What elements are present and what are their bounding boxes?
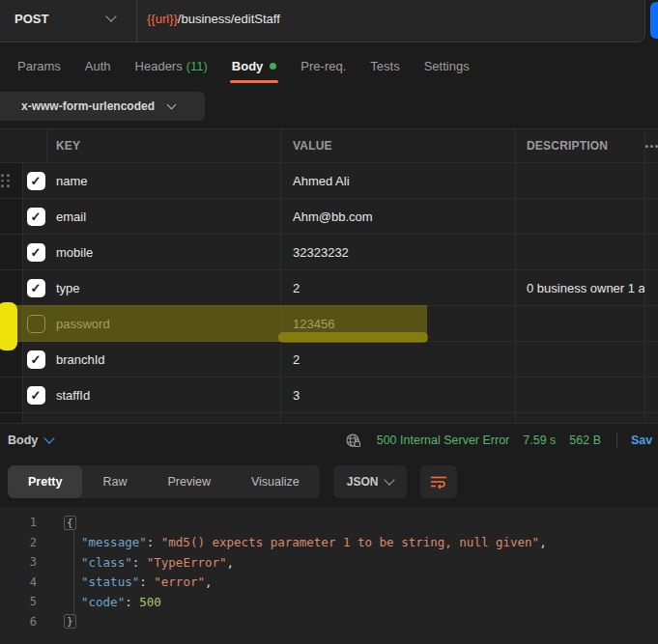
row-gutter: [0, 163, 23, 198]
url-variable: {{url}}: [147, 12, 178, 26]
fold-gutter: {: [37, 516, 81, 530]
divider: [616, 433, 617, 448]
fold-brace[interactable]: {: [64, 516, 76, 530]
format-label: JSON: [347, 475, 379, 489]
key-cell[interactable]: email: [48, 199, 281, 234]
view-tab-raw[interactable]: Raw: [82, 465, 147, 498]
row-gutter: [0, 270, 23, 305]
value-cell[interactable]: 123456: [281, 306, 516, 341]
key-cell[interactable]: branchId: [48, 342, 281, 377]
chevron-down-icon: [385, 474, 395, 485]
line-number: 1: [0, 516, 37, 529]
key-cell[interactable]: staffId: [48, 378, 281, 412]
value-cell[interactable]: 32323232: [281, 235, 516, 269]
key-cell[interactable]: password: [48, 306, 281, 341]
code-line: 4"status": "error",: [0, 573, 658, 593]
key-cell[interactable]: type: [48, 270, 281, 305]
request-url-bar: POST {{url}}/business/editStaff: [0, 0, 645, 42]
form-data-table: KEY VALUE DESCRIPTION ✓nameAhmed Ali✓ema…: [0, 128, 658, 424]
line-number: 2: [0, 536, 37, 549]
method-label: POST: [14, 12, 48, 26]
response-format-dropdown[interactable]: JSON: [333, 465, 408, 498]
row-checkbox[interactable]: ✓: [27, 350, 45, 369]
table-row-name: ✓nameAhmed Ali: [0, 163, 658, 199]
value-cell[interactable]: Ahmed Ali: [281, 163, 516, 198]
method-selector[interactable]: POST: [0, 0, 136, 42]
save-response-button[interactable]: Sav: [631, 434, 658, 447]
value-cell[interactable]: Ahm@bb.com: [281, 199, 516, 234]
response-body-dropdown[interactable]: Body: [8, 434, 53, 447]
indent-guide: [73, 531, 74, 620]
code-line: 6}: [0, 612, 658, 632]
row-gutter: [0, 199, 23, 234]
response-view-toolbar: PrettyRawPreviewVisualize JSON: [8, 465, 457, 498]
description-cell[interactable]: [516, 342, 645, 377]
row-checkbox[interactable]: ✓: [27, 208, 45, 226]
tab-tests[interactable]: Tests: [370, 48, 399, 83]
response-time[interactable]: 7.59 s: [523, 434, 556, 447]
line-number: 6: [0, 615, 37, 629]
code-line: 3"class": "TypeError",: [0, 552, 658, 573]
description-cell[interactable]: 0 business owner 1 ad: [516, 270, 645, 305]
send-button[interactable]: [650, 2, 658, 39]
description-cell[interactable]: [516, 199, 645, 234]
key-cell[interactable]: name: [48, 163, 281, 198]
code-line: 2"message": "md5() expects parameter 1 t…: [0, 533, 658, 553]
line-number: 4: [0, 575, 37, 589]
response-size[interactable]: 562 B: [569, 434, 601, 447]
response-body-viewer[interactable]: 1{2"message": "md5() expects parameter 1…: [0, 507, 658, 644]
tab-auth[interactable]: Auth: [85, 48, 111, 83]
value-cell[interactable]: 2: [281, 342, 516, 377]
row-checkbox[interactable]: ✓: [27, 172, 45, 190]
wrap-lines-icon: [430, 474, 447, 490]
tab-pre-req-[interactable]: Pre-req.: [300, 48, 346, 83]
more-options-icon[interactable]: [645, 129, 658, 162]
description-cell[interactable]: [516, 306, 645, 341]
code-line: 1{: [0, 513, 658, 533]
body-active-dot: [270, 63, 276, 70]
request-tabs: ParamsAuthHeaders(11)BodyPre-req.TestsSe…: [17, 48, 470, 83]
body-type-selector[interactable]: x-www-form-urlencoded: [0, 92, 205, 121]
row-checkbox[interactable]: ✓: [27, 243, 45, 262]
table-row-mobile: ✓mobile32323232: [0, 235, 658, 270]
code-line: 5"code": 500: [0, 592, 658, 612]
chevron-down-icon: [167, 99, 177, 109]
body-type-label: x-www-form-urlencoded: [21, 99, 155, 113]
tab-body[interactable]: Body: [232, 48, 277, 83]
table-row-staffId: ✓staffId3: [0, 378, 658, 413]
table-row-email: ✓emailAhm@bb.com: [0, 199, 658, 235]
view-tab-pretty[interactable]: Pretty: [8, 465, 82, 498]
value-cell[interactable]: 3: [281, 378, 516, 412]
description-cell[interactable]: [516, 235, 645, 269]
status-code-text[interactable]: 500 Internal Server Error: [377, 434, 510, 447]
description-cell[interactable]: [516, 163, 645, 198]
table-row-branchId: ✓branchId2: [0, 342, 658, 378]
row-checkbox[interactable]: ✓: [27, 386, 45, 405]
tab-headers[interactable]: Headers(11): [135, 48, 208, 83]
chevron-down-icon: [44, 433, 55, 443]
tab-settings[interactable]: Settings: [424, 48, 470, 83]
table-header-row: KEY VALUE DESCRIPTION: [0, 129, 658, 163]
row-checkbox[interactable]: ✓: [27, 279, 45, 297]
table-row-type: ✓type20 business owner 1 ad: [0, 270, 658, 306]
drag-handle-icon[interactable]: [1, 174, 10, 187]
url-input[interactable]: {{url}}/business/editStaff: [137, 12, 644, 26]
network-globe-icon[interactable]: [345, 433, 361, 449]
description-cell[interactable]: [516, 378, 645, 412]
row-gutter: [0, 342, 23, 377]
url-path: /business/editStaff: [178, 12, 280, 26]
fold-gutter: }: [37, 614, 81, 629]
line-number: 3: [0, 555, 37, 569]
view-tab-visualize[interactable]: Visualize: [231, 465, 320, 498]
value-cell[interactable]: 2: [281, 270, 516, 305]
row-checkbox[interactable]: [27, 315, 45, 333]
key-column-header: KEY: [47, 129, 281, 162]
key-cell[interactable]: mobile: [48, 235, 281, 269]
row-gutter: [0, 235, 23, 269]
tab-params[interactable]: Params: [17, 48, 61, 83]
value-column-header: VALUE: [281, 129, 516, 162]
view-tab-preview[interactable]: Preview: [147, 465, 230, 498]
wrap-lines-button[interactable]: [420, 465, 457, 498]
response-body-label: Body: [8, 434, 38, 447]
table-row-password: password123456: [0, 306, 658, 342]
